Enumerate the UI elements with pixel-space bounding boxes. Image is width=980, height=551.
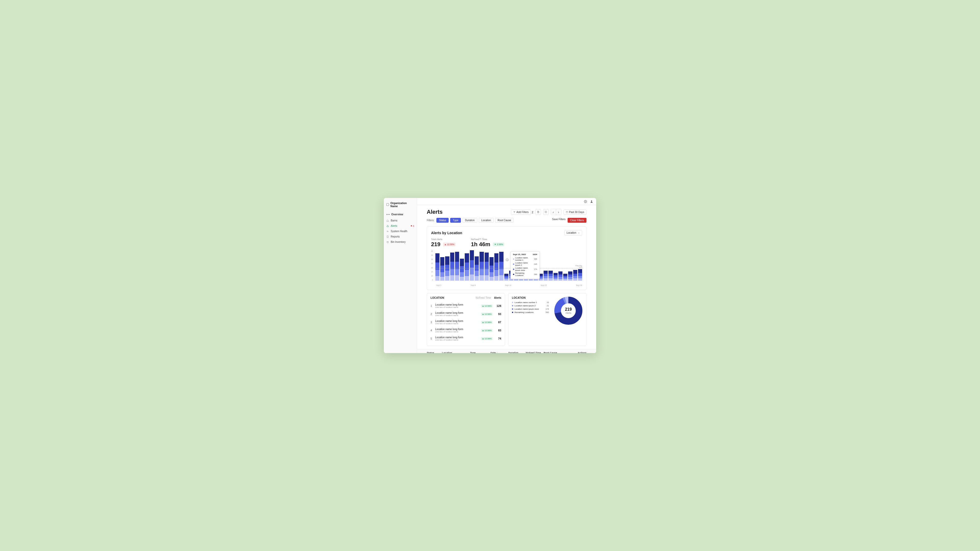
location-row[interactable]: 4 Location name long formLine two of loc… [431, 326, 501, 334]
bar-column[interactable] [558, 250, 563, 281]
donut-center-value: 219 [565, 307, 572, 312]
svg-point-2 [591, 200, 592, 202]
chart-card: Alerts by Location Location Total Alerts… [427, 226, 587, 290]
bar-column[interactable] [475, 250, 479, 281]
nav-item-alerts[interactable]: Alerts6 [384, 223, 417, 229]
svg-rect-7 [566, 211, 568, 213]
bar-column[interactable] [445, 250, 449, 281]
nav-item-reports[interactable]: Reports [384, 234, 417, 239]
filter-chip-duration[interactable]: Duration [463, 218, 477, 223]
col-header-nofeed[interactable]: NoFeed Time [526, 351, 544, 353]
next-page-button[interactable]: › [556, 209, 561, 215]
sidebar: Organization Name Overview Barns Alerts6… [384, 198, 417, 353]
chart-tooltip: Sept 15, 20221024 Location name number 1… [511, 251, 540, 279]
topbar: ? [417, 198, 596, 205]
col-header-location[interactable]: Location [442, 351, 470, 353]
content: Alerts Add Filters 2 [417, 205, 596, 353]
calendar-icon [566, 211, 568, 213]
filter-chip-location[interactable]: Location [479, 218, 493, 223]
bar-column[interactable] [470, 250, 474, 281]
prev-page-button[interactable]: ‹ [551, 209, 556, 215]
overview-header[interactable]: Overview [384, 210, 417, 218]
col-header-root[interactable]: Root Cause [544, 351, 566, 353]
legend-row: Remaining Locations590 [512, 311, 549, 313]
svg-text:?: ? [585, 200, 586, 202]
clear-filters-button[interactable]: Clear Filters [568, 218, 587, 223]
col-header-status[interactable]: Status [427, 351, 442, 353]
overview-label: Overview [391, 213, 403, 216]
bar-column[interactable] [435, 250, 439, 281]
tab-nofeed-time[interactable]: NoFeed Time [476, 297, 491, 299]
bar-column[interactable] [554, 250, 558, 281]
bar-column[interactable] [504, 250, 508, 281]
main: ? Alerts Add Filters 2 [417, 198, 596, 353]
donut-title: LOCATION [512, 297, 549, 299]
legend-row: Location name ipsum 221 [512, 305, 549, 307]
alert-icon [387, 225, 389, 227]
filters-label: Filters: [427, 219, 434, 222]
filter-icon [513, 211, 515, 213]
bar-column[interactable] [544, 250, 548, 281]
filter-chip-status[interactable]: Status [436, 218, 449, 223]
bar-column[interactable] [485, 250, 489, 281]
bar-column[interactable] [494, 250, 498, 281]
alerts-table: Status Location Type Date ↓ Duration NoF… [417, 349, 596, 353]
export-icon [537, 211, 539, 213]
legend-row: Location name number 133 [512, 301, 549, 303]
header-actions: Add Filters 2 ‹ › [511, 209, 587, 215]
col-header-type[interactable]: Type [470, 351, 490, 353]
org-header[interactable]: Organization Name [384, 200, 417, 210]
org-icon [387, 203, 389, 206]
tab-alerts[interactable]: Alerts [494, 297, 501, 299]
location-row[interactable]: 2 Location name long formLine two of loc… [431, 310, 501, 318]
donut-center-label: Alerts [565, 312, 572, 314]
user-icon[interactable] [590, 200, 593, 203]
settings-button[interactable] [543, 209, 549, 215]
bar-column[interactable] [568, 250, 572, 281]
svg-rect-4 [546, 211, 547, 212]
bar-column[interactable] [549, 250, 552, 281]
nav-item-bin-inventory[interactable]: Bin Inventory [384, 239, 417, 245]
date-pager: ‹ › [551, 209, 562, 215]
bar-column[interactable] [455, 250, 459, 281]
export-button[interactable] [535, 209, 541, 215]
add-filters-button[interactable]: Add Filters [511, 210, 531, 215]
row-2: LOCATION NoFeed Time Alerts 1 Location n… [427, 293, 587, 346]
col-header-duration[interactable]: Duration [508, 351, 526, 353]
locations-card-title: LOCATION [431, 297, 444, 299]
location-row[interactable]: 1 Location name long formLine two of loc… [431, 302, 501, 310]
home-icon [387, 219, 389, 222]
bin-icon [387, 241, 389, 243]
filters-right: Save Filters Clear Filters [552, 218, 587, 223]
bar-column[interactable] [440, 250, 444, 281]
filter-chip-type[interactable]: Type [450, 218, 461, 223]
col-header-date[interactable]: Date ↓ [490, 351, 508, 353]
location-row[interactable]: 3 Location name long formLine two of loc… [431, 318, 501, 326]
help-icon[interactable]: ? [584, 200, 587, 203]
chevron-down-icon [578, 232, 580, 234]
svg-rect-6 [546, 212, 547, 213]
filter-chip-root-cause[interactable]: Root Cause [495, 218, 514, 223]
legend-row: Location name ipsum dolor174 [512, 308, 549, 310]
date-range-button[interactable]: Past 30 Days [563, 210, 587, 215]
bar-column[interactable] [499, 250, 503, 281]
bar-column[interactable] [563, 250, 567, 281]
bar-column[interactable] [450, 250, 454, 281]
page-header: Alerts Add Filters 2 [427, 209, 587, 215]
nav-item-barns[interactable]: Barns [384, 218, 417, 223]
bar-column[interactable] [490, 250, 493, 281]
filters-row: Filters: Status Type Duration Location R… [427, 218, 587, 223]
metric: Total Alerts 219 ▲ 12.58% [431, 238, 455, 248]
svg-rect-3 [545, 211, 546, 212]
chart-groupby-dropdown[interactable]: Location [564, 230, 582, 235]
location-row[interactable]: 5 Location name long formLine two of loc… [431, 334, 501, 343]
bar-column[interactable] [479, 250, 484, 281]
bar-column[interactable] [465, 250, 469, 281]
save-filters-button[interactable]: Save Filters [552, 218, 566, 223]
pulse-icon [387, 230, 389, 233]
app-window: Organization Name Overview Barns Alerts6… [384, 198, 596, 353]
nav-item-system-health[interactable]: System Health [384, 229, 417, 234]
location-delta: ▲ 12.58% [481, 313, 493, 316]
org-name: Organization Name [390, 202, 414, 208]
bar-column[interactable] [460, 250, 464, 281]
